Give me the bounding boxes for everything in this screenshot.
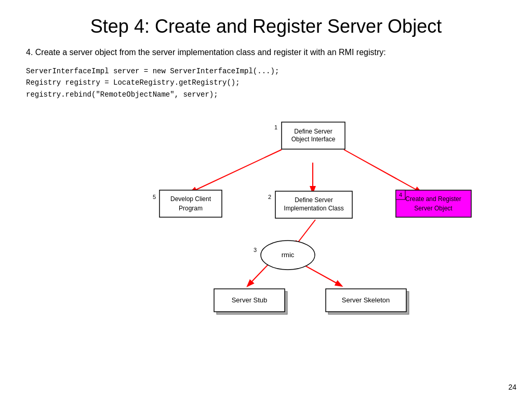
code-line-3: registry.rebind("RemoteObjectName", serv… — [26, 89, 506, 100]
diagram-area: Define Server Object Interface 1 Define … — [26, 111, 506, 303]
svg-text:4: 4 — [399, 192, 402, 198]
svg-text:Server Object: Server Object — [414, 205, 453, 212]
code-line-1: ServerInterfaceImpl server = new ServerI… — [26, 65, 506, 77]
svg-text:2: 2 — [268, 194, 271, 200]
code-block: ServerInterfaceImpl server = new ServerI… — [26, 65, 506, 100]
svg-text:Object Interface: Object Interface — [291, 136, 336, 143]
svg-line-2 — [344, 150, 421, 192]
page-number: 24 — [508, 383, 516, 391]
svg-text:Implementation Class: Implementation Class — [284, 205, 343, 212]
svg-rect-22 — [159, 190, 222, 217]
svg-text:Create and Register: Create and Register — [405, 195, 461, 203]
diagram-svg: Define Server Object Interface 1 Define … — [26, 111, 506, 303]
svg-text:Program: Program — [179, 205, 203, 212]
page: Step 4: Create and Register Server Objec… — [0, 0, 532, 399]
svg-text:1: 1 — [274, 124, 277, 130]
svg-text:5: 5 — [153, 194, 156, 200]
svg-text:3: 3 — [254, 247, 257, 253]
svg-text:rmic: rmic — [282, 251, 295, 259]
svg-text:Server Stub: Server Stub — [232, 296, 268, 304]
description: 4. Create a server object from the serve… — [26, 48, 506, 57]
svg-text:Server Skeleton: Server Skeleton — [342, 296, 390, 304]
page-title: Step 4: Create and Register Server Objec… — [26, 16, 506, 37]
svg-text:Define Server: Define Server — [294, 128, 332, 135]
code-line-2: Registry registry = LocateRegistry.getRe… — [26, 77, 506, 88]
svg-text:Define Server: Define Server — [295, 196, 332, 204]
svg-line-1 — [191, 150, 282, 192]
svg-rect-17 — [396, 190, 471, 217]
svg-text:Develop Client: Develop Client — [170, 195, 211, 203]
